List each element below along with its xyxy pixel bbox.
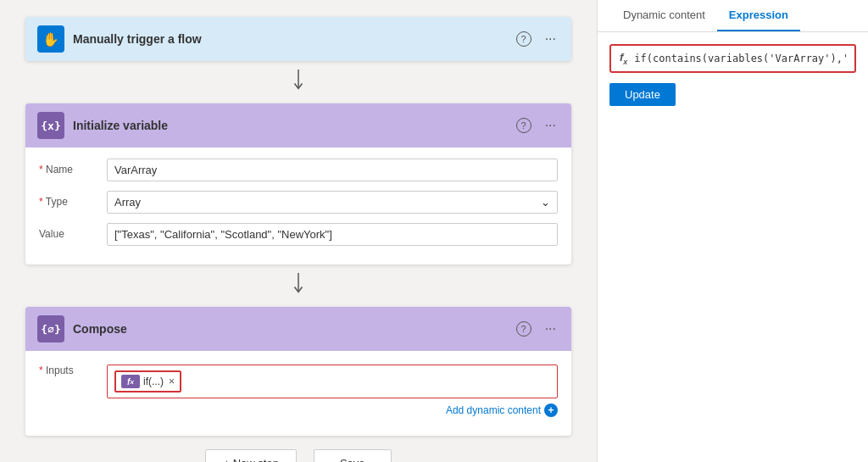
inputs-container: fx if(...) × Add dynamic content + (107, 365, 558, 417)
type-row: * Type Array ⌄ (39, 190, 558, 214)
compose-header: {∅} Compose ? ··· (25, 307, 571, 351)
trigger-more-button[interactable]: ··· (542, 30, 559, 48)
init-more-button[interactable]: ··· (542, 116, 559, 135)
tab-dynamic-content[interactable]: Dynamic content (611, 0, 717, 31)
compose-card: {∅} Compose ? ··· * Inputs fx if(...) (25, 307, 571, 436)
init-variable-card: {x} Initialize variable ? ··· * Name * T… (25, 103, 571, 264)
expression-tag[interactable]: fx if(...) × (114, 370, 181, 392)
fx-icon: fx (121, 375, 140, 388)
inputs-label: * Inputs (39, 365, 107, 376)
chevron-down-icon: ⌄ (541, 196, 550, 209)
type-label: * Type (39, 196, 107, 208)
type-value: Array (114, 196, 141, 209)
compose-title: Compose (73, 322, 508, 336)
expression-input-row: fx if(contains(variables('VarArray'),'En… (609, 44, 856, 73)
compose-help-icon[interactable]: ? (516, 321, 531, 337)
add-dynamic-button[interactable]: Add dynamic content + (107, 404, 558, 417)
name-row: * Name (39, 158, 558, 181)
inputs-field-area[interactable]: fx if(...) × (107, 365, 558, 398)
arrow-2 (25, 264, 571, 307)
expression-content[interactable]: if(contains(variables('VarArray'),'Engla… (634, 53, 846, 64)
add-dynamic-plus-icon: + (544, 404, 558, 417)
value-label: Value (39, 228, 107, 240)
init-header: {x} Initialize variable ? ··· (25, 103, 571, 148)
type-select[interactable]: Array ⌄ (107, 191, 558, 214)
new-step-button[interactable]: + New step (205, 449, 296, 462)
init-body: * Name * Type Array ⌄ Value (25, 148, 571, 264)
arrow-1 (25, 61, 571, 103)
side-panel-body: fx if(contains(variables('VarArray'),'En… (598, 32, 868, 462)
compose-more-button[interactable]: ··· (542, 320, 559, 338)
value-row: Value (39, 222, 558, 246)
bottom-actions: + New step Save (25, 449, 571, 462)
compose-icon: {∅} (37, 315, 64, 342)
trigger-title: Manually trigger a flow (73, 32, 508, 46)
update-button[interactable]: Update (609, 83, 676, 106)
save-button[interactable]: Save (314, 449, 392, 462)
side-panel: Dynamic content Expression fx if(contain… (597, 0, 868, 462)
add-dynamic-label: Add dynamic content (446, 404, 541, 416)
inputs-row: * Inputs fx if(...) × Add dynamic conten… (39, 361, 558, 417)
trigger-header: ✋ Manually trigger a flow ? ··· (25, 17, 571, 61)
init-title: Initialize variable (73, 119, 508, 132)
name-input[interactable] (107, 159, 558, 181)
name-label: * Name (39, 164, 107, 175)
add-dynamic-row: Add dynamic content + (107, 404, 558, 417)
value-input[interactable] (107, 223, 558, 246)
expr-close-button[interactable]: × (169, 376, 175, 387)
expr-tag-text: if(...) (143, 376, 164, 387)
init-actions: ? ··· (516, 116, 559, 135)
init-icon: {x} (37, 112, 64, 139)
fx-label: fx (620, 51, 627, 66)
init-help-icon[interactable]: ? (516, 118, 531, 133)
trigger-actions: ? ··· (516, 30, 559, 48)
trigger-icon: ✋ (37, 25, 64, 53)
compose-actions: ? ··· (516, 320, 559, 338)
side-panel-tabs: Dynamic content Expression (598, 0, 868, 32)
tab-expression[interactable]: Expression (717, 0, 800, 31)
compose-body: * Inputs fx if(...) × Add dynamic conten… (25, 351, 571, 436)
trigger-card: ✋ Manually trigger a flow ? ··· (25, 17, 571, 61)
trigger-help-icon[interactable]: ? (516, 31, 531, 47)
